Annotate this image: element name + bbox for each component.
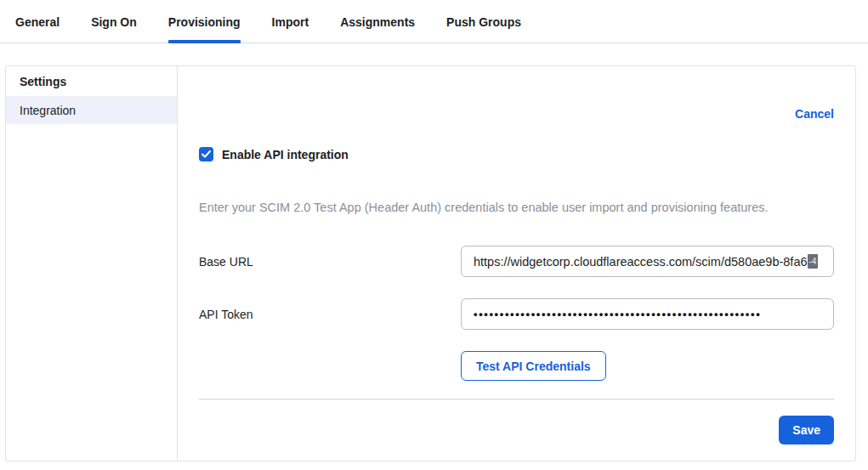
settings-sidebar: Settings Integration <box>6 66 178 461</box>
test-api-credentials-button[interactable]: Test API Credentials <box>461 351 606 381</box>
tab-sign-on[interactable]: Sign On <box>91 15 137 42</box>
footer-divider <box>199 399 834 399</box>
tab-general[interactable]: General <box>15 15 60 42</box>
checkmark-icon <box>201 150 211 158</box>
enable-api-checkbox[interactable] <box>199 147 213 161</box>
credentials-description: Enter your SCIM 2.0 Test App (Header Aut… <box>199 201 834 214</box>
enable-api-label: Enable API integration <box>222 148 349 161</box>
sidebar-header: Settings <box>6 66 177 97</box>
test-credentials-row: Test API Credentials <box>199 351 834 381</box>
api-token-input[interactable]: ••••••••••••••••••••••••••••••••••••••••… <box>461 298 834 330</box>
app-tab-bar: General Sign On Provisioning Import Assi… <box>0 0 868 43</box>
integration-panel: Cancel Enable API integration Enter your… <box>178 66 855 461</box>
tab-push-groups[interactable]: Push Groups <box>446 15 521 42</box>
api-token-row: API Token ••••••••••••••••••••••••••••••… <box>199 298 834 330</box>
tab-provisioning[interactable]: Provisioning <box>168 15 241 42</box>
base-url-input[interactable]: https://widgetcorp.cloudflareaccess.com/… <box>461 246 834 277</box>
api-token-label: API Token <box>199 308 461 321</box>
save-button[interactable]: Save <box>779 416 834 445</box>
base-url-value: https://widgetcorp.cloudflareaccess.com/… <box>474 255 808 269</box>
provisioning-card: Settings Integration Cancel Enable API i… <box>5 65 856 462</box>
cancel-link[interactable]: Cancel <box>795 107 834 121</box>
button-indent-spacer <box>199 351 461 381</box>
api-token-masked-value: ••••••••••••••••••••••••••••••••••••••••… <box>474 308 761 320</box>
base-url-selection-tail: -4 <box>808 254 819 269</box>
tab-import[interactable]: Import <box>272 15 309 42</box>
sidebar-item-integration[interactable]: Integration <box>6 97 177 124</box>
credentials-form: Base URL https://widgetcorp.cloudflareac… <box>199 246 834 381</box>
cancel-row: Cancel <box>199 106 834 122</box>
enable-api-row: Enable API integration <box>199 147 834 161</box>
save-row: Save <box>199 416 834 445</box>
base-url-label: Base URL <box>199 255 461 269</box>
base-url-row: Base URL https://widgetcorp.cloudflareac… <box>199 246 834 277</box>
tab-assignments[interactable]: Assignments <box>340 15 415 42</box>
